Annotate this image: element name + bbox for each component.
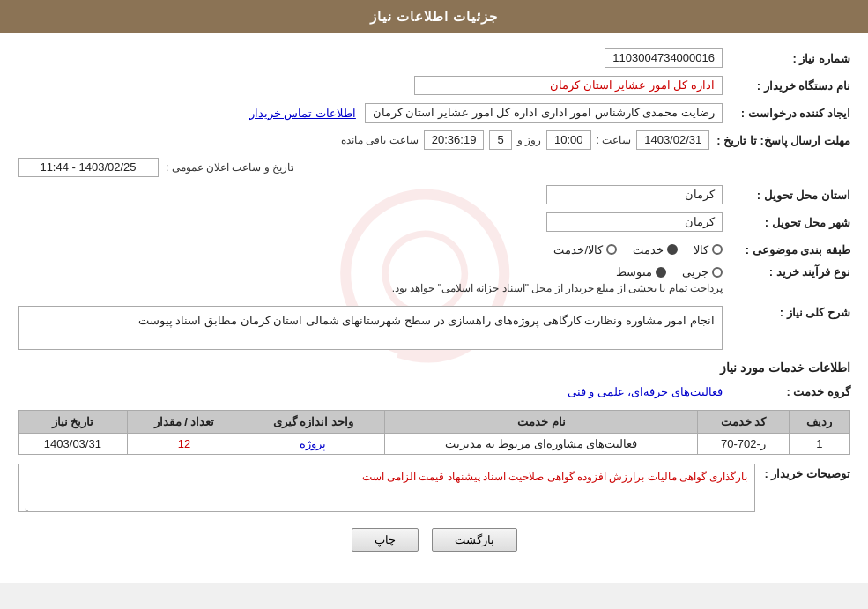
page-title: جزئیات اطلاعات نیاز	[0, 0, 868, 33]
services-table: ردیف کد خدمت نام خدمت واحد اندازه گیری ت…	[18, 410, 850, 455]
city-value-box: کرمان	[546, 212, 723, 232]
buyer-notes-section: توصیحات خریدار : بارگذاری گواهی مالیات ب…	[18, 464, 850, 512]
table-row: 1ر-702-70فعالیت‌های مشاوره‌ای مربوط به م…	[19, 434, 850, 455]
need-number-box: 1103004734000016	[605, 48, 723, 68]
radio-khedmat-label: خدمت	[633, 243, 664, 256]
category-option-kala: کالا	[694, 243, 723, 256]
deadline-time-label: ساعت :	[597, 134, 632, 146]
buyer-org-label: نام دستگاه خریدار :	[723, 79, 850, 93]
announcement-row: تاریخ و ساعت اعلان عمومی : 1403/02/25 - …	[18, 156, 850, 179]
service-group-value[interactable]: فعالیت‌های حرفه‌ای، علمی و فنی	[568, 385, 723, 398]
table-cell-4: 12	[127, 434, 241, 455]
announcement-label: تاریخ و ساعت اعلان عمومی :	[166, 161, 293, 174]
need-number-value: 1103004734000016	[18, 48, 723, 68]
proc-note: پرداخت تمام یا بخشی از مبلغ خریدار از مح…	[18, 282, 723, 294]
province-row: استان محل تحویل : کرمان	[18, 183, 850, 206]
radio-kala-khedmat-label: کالا/خدمت	[553, 243, 603, 256]
general-desc-label: شرح کلی نیاز :	[723, 306, 850, 319]
buyer-notes-label: توصیحات خریدار :	[764, 464, 850, 480]
buyer-org-box: اداره کل امور عشایر استان کرمان	[414, 76, 723, 95]
deadline-value: 1403/02/31 ساعت : 10:00 روز و 5 20:36:19…	[18, 130, 709, 150]
col-header-service-name: نام خدمت	[385, 411, 698, 434]
table-cell-2: فعالیت‌های مشاوره‌ای مربوط به مدیریت	[385, 434, 698, 455]
radio-motavasset	[656, 267, 666, 278]
province-label: استان محل تحویل :	[723, 189, 850, 202]
service-group-label: گروه خدمت :	[723, 385, 850, 398]
category-option-kala-khedmat: کالا/خدمت	[553, 243, 617, 256]
deadline-remaining-box: 20:36:19	[424, 130, 485, 150]
province-value-box: کرمان	[546, 185, 723, 204]
back-button[interactable]: بازگشت	[432, 528, 517, 552]
services-section-title: اطلاعات خدمات مورد نیاز	[18, 360, 850, 375]
category-row: طبقه بندی موضوعی : کالا خدمت	[18, 238, 850, 261]
table-cell-5: 1403/03/31	[19, 434, 128, 455]
proc-type-label: نوع فرآیند خرید :	[723, 265, 850, 279]
buyer-org-value: اداره کل امور عشایر استان کرمان	[18, 76, 723, 95]
table-cell-1: ر-702-70	[698, 434, 789, 455]
announcement-value-box: 1403/02/25 - 11:44	[18, 158, 159, 177]
resize-handle: ⌞	[20, 501, 29, 509]
buyer-notes-box: بارگذاری گواهی مالیات برارزش افزوده گواه…	[18, 464, 755, 512]
creator-row: ایجاد کننده درخواست : رضایت محمدی کارشنا…	[18, 101, 850, 124]
deadline-row: مهلت ارسال پاسخ: تا تاریخ : 1403/02/31 س…	[18, 129, 850, 152]
deadline-days-label: روز و	[517, 134, 541, 146]
proc-type-row: نوع فرآیند خرید : جزیی متوسط پرداخت تمام…	[18, 265, 850, 294]
table-cell-3: پروژه	[241, 434, 385, 455]
col-header-row-num: ردیف	[789, 411, 849, 434]
button-row: بازگشت چاپ	[18, 528, 850, 552]
radio-jozii	[712, 267, 723, 278]
col-header-service-code: کد خدمت	[698, 411, 789, 434]
need-number-label: شماره نیاز :	[723, 52, 850, 65]
city-label: شهر محل تحویل :	[723, 216, 850, 229]
deadline-date-box: 1403/02/31	[636, 130, 709, 150]
creator-box: رضایت محمدی کارشناس امور اداری اداره کل …	[365, 103, 723, 123]
radio-kala-khedmat	[606, 244, 617, 255]
radio-kala-label: کالا	[694, 243, 708, 256]
category-label: طبقه بندی موضوعی :	[723, 243, 850, 256]
proc-option-motavasset: متوسط	[616, 265, 666, 279]
buyer-org-row: نام دستگاه خریدار : اداره کل امور عشایر …	[18, 74, 850, 97]
need-number-row: شماره نیاز : 1103004734000016	[18, 47, 850, 70]
col-header-unit: واحد اندازه گیری	[241, 411, 385, 434]
deadline-label: مهلت ارسال پاسخ: تا تاریخ :	[709, 134, 850, 147]
radio-jozii-label: جزیی	[682, 265, 708, 279]
radio-khedmat	[667, 244, 678, 255]
category-option-khedmat: خدمت	[633, 243, 678, 256]
creator-value: رضایت محمدی کارشناس امور اداری اداره کل …	[18, 103, 723, 123]
print-button[interactable]: چاپ	[352, 528, 419, 552]
deadline-days-box: 5	[489, 130, 511, 150]
deadline-time-box: 10:00	[546, 130, 591, 150]
deadline-remaining-label: ساعت باقی مانده	[341, 134, 419, 146]
col-header-quantity: تعداد / مقدار	[127, 411, 241, 434]
city-row: شهر محل تحویل : کرمان	[18, 211, 850, 234]
service-group-row: گروه خدمت : فعالیت‌های حرفه‌ای، علمی و ف…	[18, 380, 850, 403]
contact-link[interactable]: اطلاعات تماس خریدار	[249, 107, 356, 120]
creator-label: ایجاد کننده درخواست :	[723, 107, 850, 120]
buyer-notes-text: بارگذاری گواهی مالیات برارزش افزوده گواه…	[362, 471, 748, 483]
proc-option-jozii: جزیی	[682, 265, 723, 279]
table-cell-0: 1	[789, 434, 849, 455]
radio-motavasset-label: متوسط	[616, 265, 652, 279]
general-desc-box: انجام امور مشاوره ونظارت کارگاهی پروژه‌ه…	[18, 306, 723, 350]
radio-kala	[712, 244, 723, 255]
general-desc-row: شرح کلی نیاز : انجام امور مشاوره ونظارت …	[18, 306, 850, 350]
col-header-date: تاریخ نیاز	[19, 411, 128, 434]
